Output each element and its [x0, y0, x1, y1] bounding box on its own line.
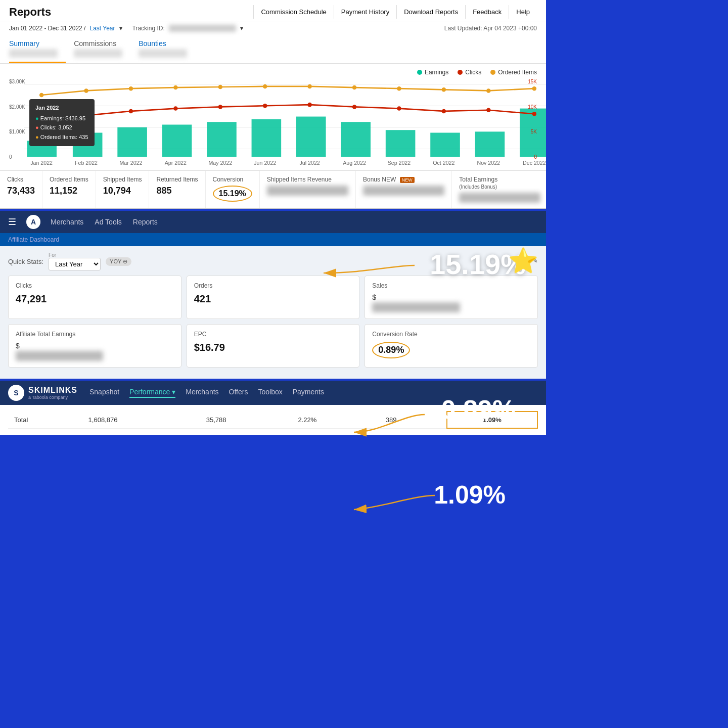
nav-feedback[interactable]: Feedback [465, 5, 509, 19]
skimlinks-nav-snapshot[interactable]: Snapshot [89, 388, 119, 398]
svg-point-34 [307, 84, 312, 89]
yoy-minus-icon: ⊖ [123, 258, 127, 264]
awin-epc-value: $16.79 [194, 342, 352, 353]
tracking-id-value: XXXXXXXXXX [169, 25, 236, 32]
svg-point-20 [218, 105, 223, 109]
tab-commissions-value [74, 49, 122, 58]
awin-sales-value: XXXXXXXXXX [372, 302, 460, 312]
awin-card-total-earnings: Affiliate Total Earnings $ XXXXXXXXXX [8, 324, 181, 368]
skimlinks-logo-icon: S [8, 385, 24, 401]
tooltip-title: Jan 2022 [35, 103, 88, 113]
awin-panel: ☰ A Merchants Ad Tools Reports Affiliate… [0, 211, 546, 379]
tooltip-earnings: ● Earnings: $436.95 [35, 114, 88, 123]
stat-returned-items: Returned Items 885 [149, 171, 205, 208]
awin-clicks-label: Clicks [16, 282, 174, 289]
skimlinks-logo: S SKIMLINKS a Taboola company [8, 385, 77, 401]
tab-summary-value [9, 49, 58, 58]
nav-payment-history[interactable]: Payment History [334, 5, 396, 19]
stat-shipped-revenue-label: Shipped Items Revenue [267, 176, 348, 183]
stat-clicks: Clicks 73,433 [0, 171, 42, 208]
awin-clicks-value: 47,291 [16, 293, 174, 305]
skimlinks-logo-main: SKIMLINKS [28, 386, 77, 395]
y-axis-right-clicks: 15K 10K 5K 0 [528, 79, 537, 160]
chart-tooltip: Jan 2022 ● Earnings: $436.95 ● Clicks: 3… [29, 99, 95, 146]
tracking-label: Tracking ID: [132, 25, 165, 32]
stat-ordered-items: Ordered Items 11,152 [42, 171, 96, 208]
svg-point-26 [486, 108, 491, 113]
svg-rect-10 [296, 117, 326, 157]
awin-card-sales: Sales $ XXXXXXXXXX [365, 276, 538, 319]
stat-ordered-value: 11,152 [50, 186, 88, 196]
svg-rect-14 [475, 131, 505, 157]
svg-rect-11 [341, 122, 371, 157]
nav-commission-schedule[interactable]: Commission Schedule [253, 5, 333, 19]
skimlinks-nav-merchants[interactable]: Merchants [186, 388, 218, 398]
tab-commissions[interactable]: Commissions [74, 34, 130, 63]
awin-sales-label: Sales [372, 282, 530, 289]
legend-earnings: Earnings [417, 69, 448, 76]
last-year-filter[interactable]: Last Year [89, 25, 115, 32]
stat-bonus-label: Bonus NEW NEW [363, 176, 444, 183]
stat-conversion-value: 15.19% [213, 186, 252, 202]
quick-stats-label: Quick Stats: [8, 258, 43, 265]
skimlinks-logo-text: SKIMLINKS a Taboola company [28, 386, 77, 400]
chevron-icon[interactable]: ▾ [119, 25, 122, 32]
skimlinks-nav-payments[interactable]: Payments [293, 388, 324, 398]
yoy-toggle[interactable]: YOY ⊖ [106, 257, 131, 266]
svg-text:Oct 2022: Oct 2022 [433, 160, 454, 166]
tab-summary-label: Summary [9, 39, 39, 48]
tab-bounties[interactable]: Bounties [139, 34, 195, 63]
tab-summary[interactable]: Summary [9, 34, 66, 63]
stat-shipped-revenue-value: $XXXXXXXXXX [267, 186, 348, 196]
svg-point-24 [397, 106, 401, 111]
star-icon: ⭐ [508, 247, 538, 275]
awin-conversion-label: Conversion Rate [372, 331, 530, 338]
tooltip-clicks: ● Clicks: 3,052 [35, 123, 88, 132]
svg-point-18 [129, 109, 133, 114]
table-cell-col3: 2.22% [292, 412, 379, 428]
ordered-dot [490, 70, 495, 75]
amazon-subbar-left: Jan 01 2022 - Dec 31 2022 / Last Year ▾ … [9, 25, 243, 32]
amazon-title: Reports [9, 6, 51, 19]
awin-nav-reports[interactable]: Reports [133, 218, 158, 226]
legend-ordered: Ordered Items [490, 69, 537, 76]
tab-bounties-value [139, 49, 187, 58]
awin-total-earnings-label: Affiliate Total Earnings [16, 331, 174, 338]
svg-point-31 [173, 85, 178, 90]
svg-point-38 [486, 88, 491, 93]
svg-point-21 [263, 104, 267, 108]
hamburger-icon[interactable]: ☰ [8, 216, 16, 228]
svg-text:May 2022: May 2022 [208, 160, 232, 166]
skimlinks-nav-toolbox[interactable]: Toolbox [258, 388, 282, 398]
awin-nav-adtools[interactable]: Ad Tools [95, 218, 121, 226]
date-range: Jan 01 2022 - Dec 31 2022 / [9, 25, 85, 32]
svg-rect-13 [430, 133, 460, 157]
tracking-chevron-icon[interactable]: ▾ [240, 25, 243, 32]
skimlinks-nav-performance[interactable]: Performance ▾ [129, 388, 175, 398]
svg-text:Nov 2022: Nov 2022 [477, 160, 500, 166]
svg-point-25 [442, 109, 446, 114]
svg-point-23 [352, 105, 357, 109]
svg-point-19 [173, 106, 178, 111]
awin-subnav-label: Affiliate Dashboard [8, 236, 59, 243]
amazon-nav: Commission Schedule Payment History Down… [253, 5, 537, 19]
awin-cards-row-1: Clicks 47,291 Orders 421 Sales $ XXXXXXX… [8, 276, 538, 319]
svg-point-32 [218, 85, 223, 89]
awin-card-orders: Orders 421 [187, 276, 360, 319]
page-wrapper: Reports Commission Schedule Payment Hist… [0, 0, 546, 546]
awin-nav: Merchants Ad Tools Reports [51, 218, 158, 226]
stat-bonus-value: $XXXXXXXXXX [363, 186, 444, 196]
svg-rect-8 [207, 122, 237, 157]
awin-subnav: Affiliate Dashboard [0, 233, 546, 246]
nav-help[interactable]: Help [509, 5, 537, 19]
y-axis-left: $3.00K $2.00K $1.00K 0 [9, 79, 25, 160]
svg-text:Aug 2022: Aug 2022 [343, 160, 366, 166]
legend-clicks: Clicks [458, 69, 481, 76]
nav-download-reports[interactable]: Download Reports [396, 5, 465, 19]
amazon-topbar: Reports Commission Schedule Payment Hist… [0, 0, 546, 22]
chart-wrapper: $3.00K $2.00K $1.00K 0 15K 10K 5K 0 [9, 79, 537, 170]
skimlinks-nav-offers[interactable]: Offers [229, 388, 248, 398]
svg-text:Jun 2022: Jun 2022 [254, 160, 276, 166]
awin-nav-merchants[interactable]: Merchants [51, 218, 83, 226]
period-select[interactable]: Last Year Last Month Last Week [49, 258, 101, 270]
